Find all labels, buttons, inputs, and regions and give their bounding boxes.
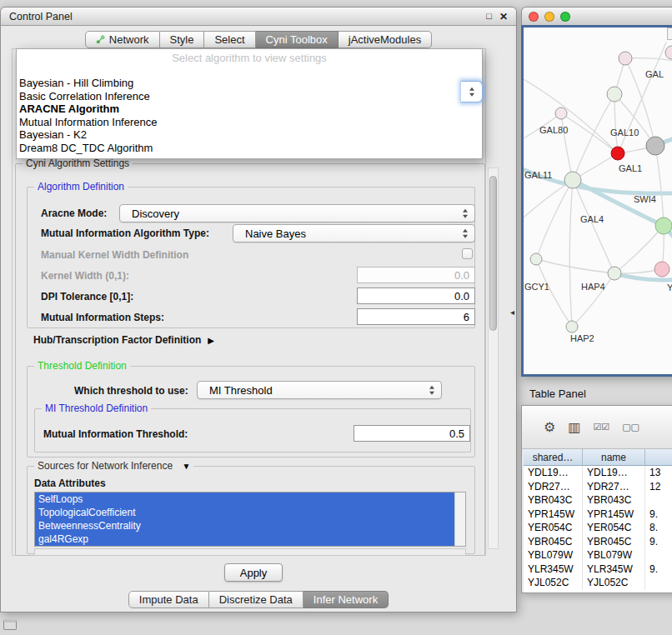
network-node[interactable] (665, 46, 672, 59)
network-node[interactable] (608, 267, 621, 280)
aracne-mode-label: Aracne Mode: (41, 207, 107, 220)
aracne-mode-combobox[interactable]: Discovery (119, 204, 475, 222)
network-node[interactable] (619, 52, 632, 65)
tab-select[interactable]: Select (204, 31, 255, 48)
network-canvas[interactable]: GALGAL80GAL10GAL1GAL11SWI4GAL4GCY1HAP4YH… (524, 28, 672, 377)
table-cell-value: 13 (645, 466, 672, 480)
mi-algorithm-type-combobox[interactable]: Naive Bayes (233, 224, 475, 242)
close-window-button[interactable]: ✕ (499, 12, 508, 22)
data-attributes-list[interactable]: SelfLoopsTopologicalCoefficientBetweenne… (34, 492, 466, 547)
close-button[interactable] (529, 12, 539, 22)
network-node[interactable] (654, 262, 669, 277)
show-columns-icon[interactable]: ☑☑ (593, 422, 609, 432)
network-node[interactable] (530, 253, 542, 265)
tab-label: Network (109, 33, 149, 46)
panel-scrollbar[interactable] (488, 168, 499, 549)
algorithm-dropdown-popup: Select algorithm to view settings Bayesi… (16, 48, 483, 159)
splitter-collapse-arrow[interactable]: ◂ (510, 308, 514, 317)
algorithm-popup-list: Bayesian - Hill ClimbingBasic Correlatio… (17, 77, 482, 154)
algorithm-combobox-fragment[interactable] (461, 81, 483, 102)
mi-steps-field[interactable]: 6 (357, 308, 475, 325)
algorithm-option[interactable]: Bayesian - Hill Climbing (17, 77, 482, 90)
hub-definition-toggle[interactable]: Hub/Transcription Factor Definition ▶ (33, 334, 214, 346)
dpi-tolerance-field[interactable]: 0.0 (357, 288, 475, 304)
which-threshold-combobox[interactable]: MI Threshold (197, 381, 442, 399)
network-node[interactable] (564, 172, 581, 188)
network-tab-icon (96, 35, 105, 44)
table-row[interactable]: YDR27…YDR27…12 (524, 480, 672, 494)
algorithm-option[interactable]: Mutual Information Inference (17, 116, 482, 129)
table-row[interactable]: YLR345WYLR345W9. (524, 562, 672, 577)
bottom-tab-impute-data[interactable]: Impute Data (128, 591, 209, 608)
network-node[interactable] (646, 137, 664, 155)
data-attribute-item[interactable]: TopologicalCoefficient (35, 506, 455, 519)
network-window-titlebar (521, 7, 672, 25)
table-column-header[interactable]: shared… (524, 449, 583, 466)
minimize-button[interactable] (544, 12, 554, 22)
hide-columns-icon[interactable]: ▢▢ (622, 422, 639, 432)
network-node[interactable] (555, 108, 567, 119)
table-row[interactable]: YJL052CYJL052C (524, 576, 672, 590)
network-scrollbar-button[interactable] (667, 28, 672, 40)
minimized-window-icon[interactable] (3, 619, 17, 630)
table-row[interactable]: YDL19…YDL19…13 (524, 466, 672, 480)
float-window-button[interactable]: □ (486, 12, 492, 21)
algorithm-option[interactable]: ARACNE Algorithm (17, 102, 482, 116)
network-edge (655, 146, 664, 226)
table-cell-name: YER054C (583, 521, 645, 535)
tab-cyni-toolbox[interactable]: Cyni Toolbox (256, 31, 339, 48)
table-row[interactable]: YPR145WYPR145W9. (524, 508, 672, 522)
network-edge (561, 113, 573, 180)
sources-vertical-scrollbar[interactable] (454, 492, 465, 546)
column-browser-icon[interactable]: ▥ (568, 421, 580, 434)
network-node-label: GAL (645, 69, 664, 79)
sources-horizontal-scrollbar[interactable] (34, 548, 466, 556)
combo-arrows-icon (463, 229, 468, 238)
table-row[interactable]: YBR045CYBR045C9. (524, 535, 672, 549)
zoom-button[interactable] (560, 12, 570, 22)
table-cell-name: YBR043C (583, 493, 645, 508)
network-node[interactable] (566, 321, 578, 332)
kernel-width-field[interactable]: 0.0 (357, 267, 475, 283)
mi-threshold-field[interactable]: 0.5 (354, 425, 470, 442)
tab-jactivemodules[interactable]: jActiveModules (339, 31, 432, 48)
data-attribute-item[interactable]: BetweennessCentrality (35, 519, 455, 532)
table-cell-value: 9. (645, 562, 672, 577)
tab-label: Select (214, 33, 244, 46)
table-row[interactable]: YER054CYER054C8. (524, 521, 672, 535)
dpi-tolerance-label: DPI Tolerance [0,1]: (41, 290, 133, 303)
chevron-down-icon: ▼ (182, 462, 190, 471)
algorithm-option[interactable]: Dream8 DC_TDC Algorithm (17, 142, 482, 155)
sources-title-wrap[interactable]: Sources for Network Inference ▼ (34, 460, 193, 472)
algorithm-option[interactable]: Basic Correlation Inference (17, 90, 482, 103)
settings-gear-icon[interactable]: ⚙ (544, 421, 555, 434)
table-cell-name: YBL079W (583, 548, 645, 562)
data-attribute-item[interactable]: gal4RGexp (35, 532, 455, 546)
manual-kernel-checkbox[interactable] (462, 248, 473, 259)
table-cell-shared: YDR27… (524, 480, 583, 494)
table-cell-name: YBR045C (583, 535, 645, 549)
data-attribute-item[interactable]: SelfLoops (35, 492, 455, 506)
algorithm-option[interactable]: Bayesian - K2 (17, 128, 482, 142)
bottom-tab-infer-network[interactable]: Infer Network (303, 591, 389, 608)
table-column-header[interactable]: name (583, 449, 645, 466)
table-cell-shared: YER054C (524, 521, 583, 535)
panel-scrollbar-thumb[interactable] (489, 176, 497, 331)
table-cell-name: YLR345W (583, 562, 645, 577)
network-node[interactable] (655, 218, 672, 234)
mi-threshold-group: MI Threshold Definition Mutual Informati… (34, 408, 471, 452)
network-node[interactable] (607, 87, 622, 102)
bottom-tab-discretize-data[interactable]: Discretize Data (209, 591, 303, 608)
table-column-header[interactable] (645, 449, 672, 466)
table-row[interactable]: YBL079WYBL079W (524, 548, 672, 562)
apply-button[interactable]: Apply (224, 563, 283, 582)
tab-network[interactable]: Network (85, 31, 160, 48)
table-cell-shared: YPR145W (524, 508, 583, 522)
network-node[interactable] (611, 147, 624, 160)
table-cell-name: YPR145W (583, 508, 645, 522)
tab-style[interactable]: Style (160, 31, 205, 48)
mi-threshold-group-title: MI Threshold Definition (42, 402, 151, 414)
network-node-label: GAL80 (539, 125, 568, 135)
table-row[interactable]: YBR043CYBR043C (524, 493, 672, 508)
network-edge (536, 259, 572, 327)
